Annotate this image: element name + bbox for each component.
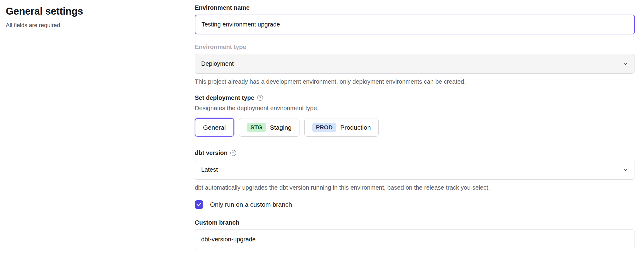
- custom-branch-label: Custom branch: [195, 219, 635, 226]
- environment-type-field: Environment type Deployment This project…: [195, 44, 635, 85]
- page-title: General settings: [6, 5, 195, 17]
- deployment-type-general-label: General: [203, 124, 226, 131]
- deployment-type-production-button[interactable]: PROD Production: [304, 118, 379, 137]
- environment-settings-page: General settings All fields are required…: [0, 0, 644, 263]
- environment-name-field: Environment name: [195, 4, 635, 34]
- deployment-type-label-row: Set deployment type ?: [195, 94, 635, 101]
- deployment-type-help-icon[interactable]: ?: [257, 95, 263, 101]
- dbt-version-field: dbt version ? Latest dbt automatically u…: [195, 149, 635, 191]
- page-subtitle: All fields are required: [6, 22, 195, 29]
- checkmark-icon: [196, 202, 202, 207]
- environment-name-label: Environment name: [195, 4, 635, 11]
- production-badge: PROD: [312, 123, 336, 132]
- dbt-version-value: Latest: [201, 166, 218, 173]
- deployment-type-label: Set deployment type: [195, 94, 254, 101]
- custom-branch-toggle-row[interactable]: Only run on a custom branch: [195, 200, 635, 209]
- deployment-type-helper: Designates the deployment environment ty…: [195, 105, 635, 112]
- environment-type-select[interactable]: Deployment: [195, 54, 635, 74]
- custom-branch-input[interactable]: [195, 230, 635, 249]
- chevron-down-icon: [623, 61, 628, 66]
- deployment-type-staging-button[interactable]: STG Staging: [239, 118, 299, 137]
- custom-branch-toggle-label[interactable]: Only run on a custom branch: [210, 201, 292, 208]
- environment-type-label: Environment type: [195, 44, 635, 51]
- dbt-version-helper: dbt automatically upgrades the dbt versi…: [195, 184, 635, 191]
- deployment-type-production-label: Production: [340, 124, 371, 131]
- staging-badge: STG: [247, 123, 266, 132]
- deployment-type-staging-label: Staging: [270, 124, 292, 131]
- settings-form: Environment name Environment type Deploy…: [195, 0, 635, 263]
- settings-header: General settings All fields are required: [0, 0, 195, 263]
- deployment-type-options: General STG Staging PROD Production: [195, 118, 635, 137]
- deployment-type-general-button[interactable]: General: [195, 118, 234, 137]
- deployment-type-field: Set deployment type ? Designates the dep…: [195, 94, 635, 137]
- custom-branch-field: Custom branch: [195, 219, 635, 249]
- environment-type-value: Deployment: [201, 60, 234, 67]
- environment-type-helper: This project already has a development e…: [195, 78, 635, 85]
- custom-branch-checkbox[interactable]: [195, 200, 203, 209]
- chevron-down-icon: [623, 167, 628, 172]
- dbt-version-help-icon[interactable]: ?: [230, 150, 236, 156]
- dbt-version-label: dbt version: [195, 149, 228, 156]
- environment-name-input[interactable]: [195, 15, 635, 34]
- dbt-version-select[interactable]: Latest: [195, 160, 635, 180]
- dbt-version-label-row: dbt version ?: [195, 149, 635, 156]
